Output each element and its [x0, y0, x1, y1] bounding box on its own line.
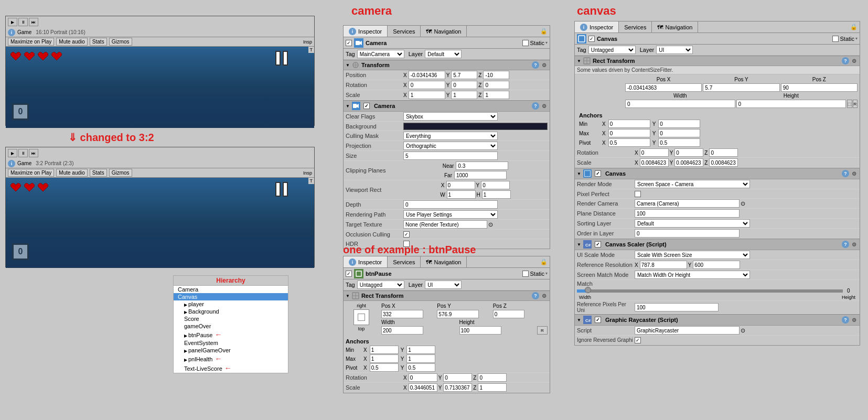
btn-width[interactable] [381, 326, 423, 335]
btn-tag-select[interactable]: Untagged [357, 281, 404, 289]
anchor-min-y-btn[interactable] [406, 346, 435, 354]
mute-btn-1[interactable]: Mute audio [56, 38, 87, 46]
canvas-tag-select[interactable]: Untagged [588, 46, 636, 54]
target-texture-pick-icon[interactable]: ⊙ [488, 221, 493, 228]
tab-navigation-canvas[interactable]: 🗺 Navigation [652, 21, 698, 33]
btn-height[interactable] [459, 326, 501, 335]
hierarchy-item-eventsystem[interactable]: EventSystem [174, 339, 288, 347]
hierarchy-item-player[interactable]: ▶player [174, 300, 288, 308]
scale-x-cam[interactable] [409, 91, 445, 99]
scale-z-cam[interactable] [483, 91, 509, 99]
rot-x-cam[interactable] [409, 81, 445, 89]
scaler-info-icon[interactable]: ? [842, 241, 849, 248]
ref-pixels-input[interactable] [635, 303, 719, 311]
plane-distance-input[interactable] [635, 209, 740, 218]
scale-x-btn[interactable] [409, 383, 437, 392]
cam-checkbox[interactable] [346, 40, 352, 46]
hierarchy-item-textlivescore[interactable]: Text-LiveScore← [174, 363, 288, 373]
anchor-max-y-btn[interactable] [406, 354, 435, 363]
hierarchy-item-background[interactable]: ▶Background [174, 308, 288, 315]
maximize-btn-2[interactable]: Maximize on Play [8, 169, 54, 177]
canvas-comp-settings-icon[interactable]: ⚙ [850, 170, 858, 177]
play-btn-2[interactable]: ▶ [8, 149, 17, 157]
tab-inspector-btn[interactable]: i Inspector [344, 256, 388, 267]
vp-w[interactable] [447, 190, 476, 199]
rect-settings-icon-btn[interactable]: ⚙ [540, 292, 548, 299]
size-input[interactable] [403, 152, 498, 160]
pos-y-cam[interactable] [451, 71, 477, 79]
ref-res-x[interactable] [640, 261, 687, 269]
scale-z-btn[interactable] [478, 383, 507, 392]
cam-checkbox2[interactable] [363, 103, 370, 109]
render-camera-pick-icon[interactable]: ⊙ [741, 200, 745, 207]
rect-info-icon-btn[interactable]: ? [532, 292, 539, 299]
canvas-checkbox[interactable] [588, 36, 595, 42]
hierarchy-item-gameover[interactable]: gameOver [174, 322, 288, 330]
scaler-settings-icon[interactable]: ⚙ [850, 241, 858, 248]
pos-x-cam[interactable] [409, 71, 445, 79]
hierarchy-item-pnlhealth[interactable]: ▶pnlHealth← [174, 354, 288, 363]
raycaster-checkbox[interactable] [595, 317, 601, 323]
render-camera-input[interactable] [635, 199, 740, 208]
script-pick-icon[interactable]: ⊙ [741, 327, 745, 334]
anchor-max-x-btn[interactable] [370, 354, 399, 363]
cam-info-icon[interactable]: ? [532, 102, 539, 110]
stats-btn-1[interactable]: Stats [90, 38, 107, 46]
rect-settings-icon-canvas[interactable]: ⚙ [850, 57, 858, 64]
target-texture-input[interactable] [403, 220, 487, 229]
rot-x-btn[interactable] [409, 373, 437, 382]
canvas-resize-btn[interactable]: ⬚ [847, 100, 852, 108]
btn-pos-y[interactable] [437, 310, 479, 318]
depth-input[interactable] [403, 200, 498, 209]
tab-services-btn[interactable]: Services [388, 256, 421, 267]
clear-flags-select[interactable]: Skybox [403, 112, 498, 121]
canvas-width[interactable] [625, 100, 735, 108]
script-input[interactable] [635, 326, 740, 335]
scale-y-btn[interactable] [443, 383, 472, 392]
pivot-y-btn[interactable] [406, 363, 435, 372]
vp-h[interactable] [482, 190, 511, 199]
btn-pos-z[interactable] [493, 310, 524, 318]
pivot-x-canvas[interactable] [608, 138, 650, 147]
render-mode-select[interactable]: Screen Space - Camera [635, 180, 750, 188]
hierarchy-item-canvas[interactable]: Canvas [174, 293, 288, 300]
anchor-min-x-btn[interactable] [370, 346, 399, 354]
hierarchy-item-btnpause[interactable]: ▶btnPause← [174, 330, 288, 339]
tab-services-canvas[interactable]: Services [619, 21, 652, 33]
pivot-x-btn[interactable] [370, 363, 399, 372]
gizmos-btn-1[interactable]: Gizmos [109, 38, 132, 46]
transform-settings-icon-cam[interactable]: ⚙ [540, 61, 548, 69]
hierarchy-item-camera[interactable]: Camera [174, 286, 288, 293]
ui-scale-mode-select[interactable]: Scale With Screen Size [635, 251, 750, 259]
canvas-r-btn[interactable]: R [853, 100, 858, 108]
vp-y[interactable] [481, 181, 510, 189]
raycaster-info-icon[interactable]: ? [842, 316, 849, 324]
anchor-box-btn[interactable] [353, 309, 369, 325]
rect-info-icon-canvas[interactable]: ? [842, 57, 849, 64]
occlusion-checkbox[interactable] [403, 231, 410, 238]
canvas-pos-y[interactable] [703, 83, 779, 92]
pixel-perfect-checkbox[interactable] [635, 191, 641, 197]
btn-layer-select[interactable]: UI [425, 281, 462, 289]
rot-y-cam[interactable] [451, 81, 477, 89]
btn-lock-icon[interactable]: 🔒 [540, 256, 550, 267]
cam-layer-select[interactable]: Default [425, 50, 462, 58]
canvas-height[interactable] [736, 100, 846, 108]
btn-checkbox[interactable] [346, 271, 352, 277]
maximize-btn-1[interactable]: Maximize on Play [8, 38, 54, 46]
rendering-path-select[interactable]: Use Player Settings [403, 210, 498, 219]
culling-mask-select[interactable]: Everything [403, 132, 498, 140]
raycaster-settings-icon[interactable]: ⚙ [850, 316, 858, 324]
transform-info-icon-cam[interactable]: ? [532, 61, 539, 69]
cam-settings-icon[interactable]: ⚙ [540, 102, 548, 110]
canvas-lock-icon[interactable]: 🔒 [850, 21, 860, 33]
pos-z-cam[interactable] [483, 71, 509, 79]
tab-inspector-canvas[interactable]: i Inspector [575, 21, 619, 33]
scale-z-canvas[interactable] [709, 158, 738, 167]
scale-y-canvas[interactable] [674, 158, 703, 167]
anchor-min-y-canvas[interactable] [658, 120, 700, 128]
rot-z-canvas[interactable] [709, 148, 738, 157]
mute-btn-2[interactable]: Mute audio [56, 169, 87, 177]
scale-y-cam[interactable] [451, 91, 477, 99]
rot-z-btn[interactable] [478, 373, 507, 382]
